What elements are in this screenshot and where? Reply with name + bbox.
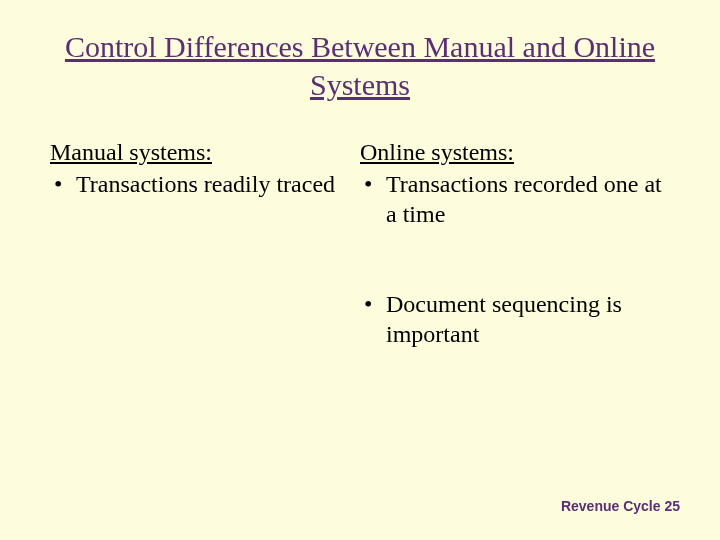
list-item: Transactions readily traced <box>50 169 360 199</box>
left-heading: Manual systems: <box>50 137 360 167</box>
left-column: Manual systems: Transactions readily tra… <box>50 137 360 409</box>
left-bullets: Transactions readily traced <box>50 169 360 199</box>
list-item: Document sequencing is important <box>360 289 670 349</box>
slide: Control Differences Between Manual and O… <box>0 0 720 540</box>
footer-label: Revenue Cycle 25 <box>561 498 680 514</box>
slide-title: Control Differences Between Manual and O… <box>50 28 670 103</box>
list-item: Transactions recorded one at a time <box>360 169 670 229</box>
columns: Manual systems: Transactions readily tra… <box>50 137 670 409</box>
right-column: Online systems: Transactions recorded on… <box>360 137 670 409</box>
right-heading: Online systems: <box>360 137 670 167</box>
right-bullets: Transactions recorded one at a time Docu… <box>360 169 670 349</box>
